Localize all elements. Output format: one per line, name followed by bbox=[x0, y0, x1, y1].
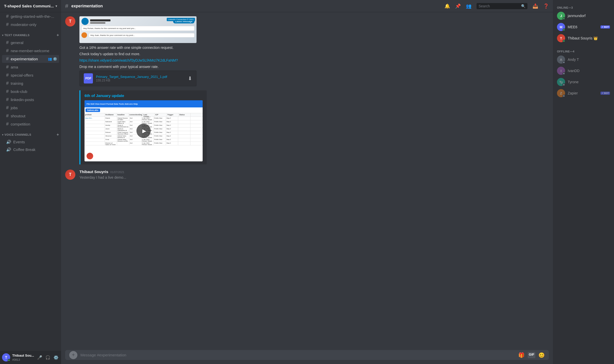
gif-button[interactable]: GIF bbox=[528, 352, 535, 358]
channel-label: moderator-only bbox=[11, 22, 36, 27]
text-channels-label: TEXT CHANNELS bbox=[5, 34, 30, 37]
message-content: Thibaut Souyris 01/07/2021 Yesterday I h… bbox=[79, 170, 549, 181]
member-item-ivandd[interactable]: I IvanDD bbox=[555, 65, 612, 76]
channel-hash-icon: # bbox=[65, 3, 68, 9]
members-list-icon[interactable]: 👥 bbox=[466, 3, 471, 9]
message-group: T Latest message H bbox=[65, 16, 549, 86]
channel-label: getting-started-with-the-... bbox=[11, 14, 54, 19]
channel-label: special-offers bbox=[11, 73, 33, 77]
member-avatar: Ty bbox=[557, 78, 565, 86]
channel-jobs[interactable]: # jobs bbox=[2, 104, 59, 112]
avatar: T bbox=[65, 16, 75, 26]
search-icon: 🔍 bbox=[521, 4, 525, 8]
speaker-icon: 🔊 bbox=[6, 139, 11, 144]
member-item-mee6[interactable]: M MEE6 ✓ BOT bbox=[555, 21, 612, 33]
channel-label: book-club bbox=[11, 89, 27, 94]
message-link[interactable]: https://share.vidyard.com/watch/f3yDJwSL… bbox=[79, 58, 178, 62]
user-info: Thibaut Sou... #0813 bbox=[12, 354, 34, 361]
channel-experimentation[interactable]: # experimentation 👥 ⚙️ bbox=[2, 55, 59, 63]
pin-icon[interactable]: 📌 bbox=[455, 3, 461, 9]
bot-badge: ✓ BOT bbox=[601, 92, 610, 95]
hash-icon: # bbox=[6, 56, 9, 62]
offline-section-title: OFFLINE—4 bbox=[555, 48, 612, 54]
channel-training[interactable]: # training bbox=[2, 79, 59, 87]
member-item-andy-t[interactable]: A Andy T bbox=[555, 54, 612, 65]
member-name: Thibaut Souyris 👑 bbox=[568, 36, 610, 40]
channel-special-offers[interactable]: # special-offers bbox=[2, 71, 59, 79]
text-channels-section[interactable]: ▾ TEXT CHANNELS + bbox=[0, 29, 61, 38]
embed-container: 6th of January update File Edit View Ins… bbox=[79, 90, 549, 164]
mute-button[interactable]: 🎤 bbox=[36, 354, 43, 361]
channel-ama[interactable]: # ama bbox=[2, 63, 59, 71]
help-icon[interactable]: ❓ bbox=[543, 3, 549, 9]
download-button[interactable]: ⬇ bbox=[188, 75, 192, 81]
channel-shoutout[interactable]: # shoutout bbox=[2, 112, 59, 120]
discriminator: #0813 bbox=[12, 358, 20, 361]
emoji-button[interactable]: 😊 bbox=[538, 352, 545, 358]
search-input[interactable] bbox=[479, 4, 520, 8]
member-name: IvanDD bbox=[568, 69, 610, 73]
user-settings-button[interactable]: ⚙️ bbox=[52, 354, 60, 361]
message-text: Drop me a comment with your typical answ… bbox=[79, 64, 549, 69]
message-input[interactable] bbox=[80, 350, 515, 360]
section-arrow: ▾ bbox=[2, 133, 4, 136]
manage-members-icon[interactable]: 👥 bbox=[48, 57, 52, 61]
member-item-thibaut[interactable]: T Thibaut Souyris 👑 bbox=[555, 33, 612, 44]
message-preview-text: Yesterday I had a live demo... bbox=[79, 175, 549, 180]
channel-label: shoutout bbox=[11, 114, 25, 118]
speaker-icon: 🔊 bbox=[6, 147, 11, 152]
add-channel-button[interactable]: + bbox=[57, 33, 59, 37]
member-item-tyrone[interactable]: Ty Tyrone bbox=[555, 76, 612, 88]
member-name: janmundorf bbox=[568, 14, 610, 18]
voice-channel-events[interactable]: 🔊 Events bbox=[2, 138, 59, 146]
gift-icon[interactable]: 🎁 bbox=[518, 352, 525, 358]
search-box[interactable]: 🔍 bbox=[477, 3, 527, 9]
embed-thumbnail[interactable]: File Edit View Insert Format Data Tools … bbox=[85, 100, 203, 161]
member-item-janmundorf[interactable]: J janmundorf bbox=[555, 10, 612, 21]
file-attachment: PDF Primary_Target_Sequence_January_2021… bbox=[79, 71, 197, 86]
status-indicator bbox=[563, 72, 565, 75]
status-indicator bbox=[563, 83, 565, 86]
member-avatar: Z bbox=[557, 89, 565, 97]
channel-label: general bbox=[11, 40, 23, 45]
play-button[interactable] bbox=[136, 124, 151, 138]
notification-bell-icon[interactable]: 🔔 bbox=[444, 3, 450, 9]
hash-icon: # bbox=[6, 22, 9, 27]
status-indicator bbox=[563, 17, 565, 20]
member-name: Andy T bbox=[568, 58, 610, 62]
server-name: T-shaped Sales Communi... bbox=[4, 4, 54, 8]
message-content: Latest message Hey Rohan, thanks for the… bbox=[79, 16, 549, 86]
voice-channels-section[interactable]: ▾ VOICE CHANNELS + bbox=[0, 128, 61, 138]
add-voice-channel-button[interactable]: + bbox=[57, 132, 59, 137]
channel-getting-started[interactable]: # getting-started-with-the-... bbox=[2, 12, 59, 20]
file-name[interactable]: Primary_Target_Sequence_January_2021_1.p… bbox=[96, 75, 185, 79]
attach-file-button[interactable]: + bbox=[69, 351, 77, 359]
hash-icon: # bbox=[6, 14, 9, 19]
channel-settings-icon[interactable]: ⚙️ bbox=[53, 57, 57, 61]
input-wrapper: + 🎁 GIF 😊 bbox=[65, 350, 549, 360]
bot-badge: ✓ BOT bbox=[601, 25, 610, 29]
hash-icon: # bbox=[6, 89, 9, 94]
hash-icon: # bbox=[6, 81, 9, 86]
member-item-zapier[interactable]: Z Zapier ✓ BOT bbox=[555, 88, 612, 99]
user-panel: T Thibaut Sou... #0813 🎤 🎧 ⚙️ bbox=[0, 351, 61, 364]
channel-label: jobs bbox=[11, 106, 18, 110]
deafen-button[interactable]: 🎧 bbox=[44, 354, 51, 361]
message-group-bottom: T Thibaut Souyris 01/07/2021 Yesterday I… bbox=[65, 170, 549, 181]
channel-moderator-only[interactable]: # moderator-only bbox=[2, 21, 59, 29]
input-actions: 🎁 GIF 😊 bbox=[518, 352, 545, 358]
hash-icon: # bbox=[6, 121, 9, 127]
channel-label: training bbox=[11, 81, 23, 86]
hash-icon: # bbox=[6, 40, 9, 45]
inbox-icon[interactable]: 📥 bbox=[533, 3, 538, 9]
channel-competition[interactable]: # competition bbox=[2, 120, 59, 128]
hash-icon: # bbox=[6, 64, 9, 70]
channel-general[interactable]: # general bbox=[2, 39, 59, 47]
channel-book-club[interactable]: # book-club bbox=[2, 88, 59, 95]
channel-linkedin-posts[interactable]: # linkedin-posts bbox=[2, 96, 59, 104]
hash-icon: # bbox=[6, 113, 9, 119]
voice-channel-coffee-break[interactable]: 🔊 Coffee Break bbox=[2, 146, 59, 153]
server-header[interactable]: T-shaped Sales Communi... ▾ bbox=[0, 0, 61, 12]
hash-icon: # bbox=[6, 48, 9, 53]
channel-new-member-welcome[interactable]: # new-member-welcome bbox=[2, 47, 59, 55]
